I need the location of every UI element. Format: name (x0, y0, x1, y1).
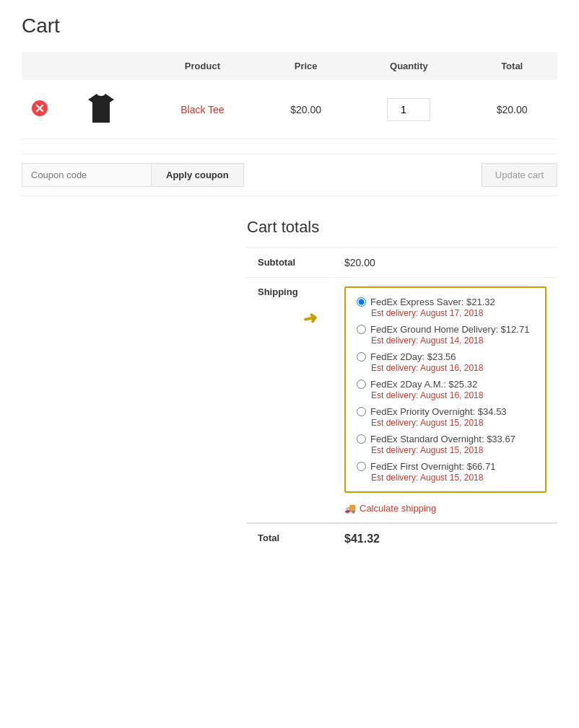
shipping-option-radio[interactable] (357, 462, 366, 471)
product-price: $20.00 (261, 80, 352, 139)
shipping-option-name: FedEx First Overnight: $66.71 (370, 461, 495, 472)
col-image (58, 52, 144, 80)
shipping-option-delivery: Est delivery: August 16, 2018 (357, 363, 534, 373)
coupon-code-input[interactable] (22, 163, 152, 187)
remove-item-button[interactable] (32, 100, 48, 118)
shipping-row: Shipping ➜ FedEx Express Saver: $21.32Es… (247, 278, 557, 524)
totals-table: Subtotal $20.00 Shipping ➜ FedEx Express… (247, 247, 557, 554)
shipping-option-item: FedEx First Overnight: $66.71Est deliver… (357, 461, 534, 483)
coupon-row: Apply coupon Update cart (22, 154, 557, 196)
col-price: Price (261, 52, 352, 80)
coupon-form: Apply coupon (22, 163, 244, 187)
total-label: Total (247, 523, 334, 554)
shipping-option-item: FedEx 2Day A.M.: $25.32Est delivery: Aug… (357, 379, 534, 400)
cart-totals-title: Cart totals (247, 218, 557, 237)
product-name-link[interactable]: Black Tee (180, 104, 224, 115)
page-title: Cart (22, 14, 557, 38)
shipping-option-name: FedEx Ground Home Delivery: $12.71 (370, 324, 529, 335)
product-image (87, 91, 116, 126)
shipping-option-delivery: Est delivery: August 15, 2018 (357, 445, 534, 455)
shipping-option-name: FedEx 2Day: $23.56 (370, 351, 456, 362)
subtotal-label: Subtotal (247, 248, 334, 278)
total-value: $41.32 (334, 523, 557, 554)
shipping-option-radio[interactable] (357, 407, 366, 416)
shipping-option-item: FedEx Express Saver: $21.32Est delivery:… (357, 297, 534, 318)
subtotal-value: $20.00 (334, 248, 557, 278)
col-total: Total (466, 52, 557, 80)
shipping-option-name: FedEx Standard Overnight: $33.67 (370, 434, 515, 444)
shipping-option-item: FedEx 2Day: $23.56Est delivery: August 1… (357, 351, 534, 373)
quantity-input[interactable] (387, 98, 430, 121)
shipping-option-delivery: Est delivery: August 15, 2018 (357, 418, 534, 428)
shipping-option-item: FedEx Ground Home Delivery: $12.71Est de… (357, 324, 534, 346)
calculate-shipping-label: Calculate shipping (360, 503, 436, 514)
shipping-option-radio[interactable] (357, 380, 366, 389)
table-row: Black Tee $20.00 $20.00 (22, 80, 557, 139)
subtotal-row: Subtotal $20.00 (247, 248, 557, 278)
shipping-option-item: FedEx Standard Overnight: $33.67Est deli… (357, 434, 534, 455)
shipping-option-radio[interactable] (357, 352, 366, 361)
shipping-options-box: FedEx Express Saver: $21.32Est delivery:… (344, 286, 547, 493)
cart-totals-inner: Cart totals Subtotal $20.00 Shipping ➜ (247, 218, 557, 554)
calculate-shipping-link[interactable]: 🚚 Calculate shipping (344, 503, 436, 514)
shipping-option-name: FedEx 2Day A.M.: $25.32 (370, 379, 477, 390)
shipping-option-name: FedEx Express Saver: $21.32 (370, 297, 495, 307)
shipping-option-radio[interactable] (357, 297, 366, 307)
total-row: Total $41.32 (247, 523, 557, 554)
shipping-option-delivery: Est delivery: August 16, 2018 (357, 390, 534, 400)
cart-table: Product Price Quantity Total (22, 52, 557, 139)
shipping-label: Shipping (247, 278, 334, 524)
col-product: Product (144, 52, 261, 80)
truck-icon: 🚚 (344, 503, 356, 514)
shipping-option-radio[interactable] (357, 434, 366, 444)
shipping-option-name: FedEx Priority Overnight: $34.53 (370, 406, 507, 417)
shipping-cell-inner: ➜ FedEx Express Saver: $21.32Est deliver… (344, 286, 547, 514)
apply-coupon-button[interactable]: Apply coupon (152, 163, 244, 187)
cart-totals-section: Cart totals Subtotal $20.00 Shipping ➜ (22, 218, 557, 554)
shipping-option-delivery: Est delivery: August 15, 2018 (357, 473, 534, 483)
product-total: $20.00 (466, 80, 557, 139)
update-cart-button[interactable]: Update cart (482, 163, 557, 187)
shipping-options-cell: ➜ FedEx Express Saver: $21.32Est deliver… (334, 278, 557, 524)
col-quantity: Quantity (351, 52, 466, 80)
shipping-option-item: FedEx Priority Overnight: $34.53Est deli… (357, 406, 534, 428)
shipping-option-delivery: Est delivery: August 14, 2018 (357, 336, 534, 346)
col-remove (22, 52, 58, 80)
shipping-option-delivery: Est delivery: August 17, 2018 (357, 308, 534, 318)
calculate-shipping-row: 🚚 Calculate shipping (344, 500, 547, 514)
shipping-option-radio[interactable] (357, 325, 366, 334)
